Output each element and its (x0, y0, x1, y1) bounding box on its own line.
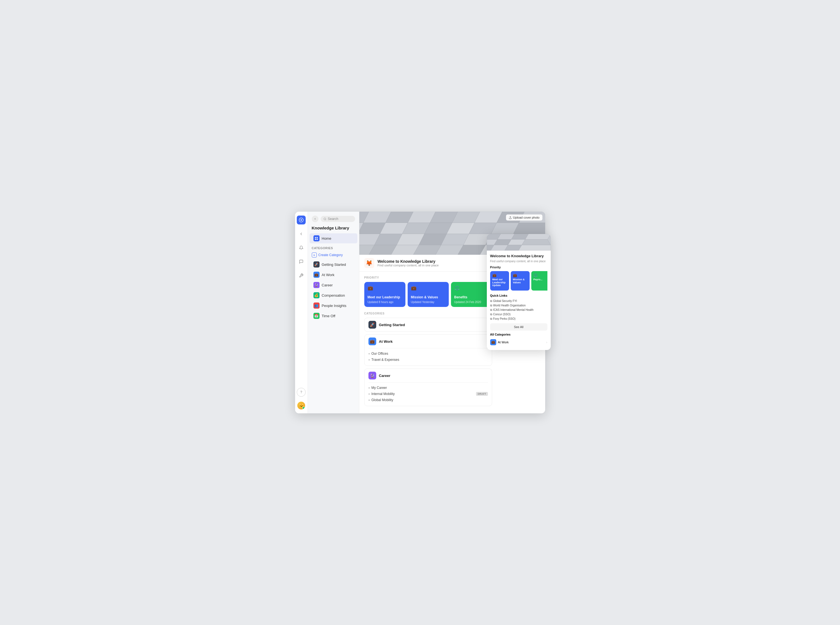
home-label: Home (322, 236, 331, 241)
user-avatar[interactable]: 🐱 (297, 402, 305, 409)
mission-card-icon: 💼 (411, 285, 445, 291)
draft-badge: DRAFT (476, 392, 488, 396)
categories-section-label: CATEGORIES (364, 312, 492, 315)
at-work-cat-icon: 💼 (369, 337, 376, 345)
career-item-my-career[interactable]: My Career (369, 385, 488, 391)
priority-cards: 💼 Meet our Leadership Updated 8 hours ag… (364, 282, 492, 307)
categories-list: 🚀 Getting Started 💼 At Work 🔮 Career 💰 C… (308, 259, 359, 414)
at-work-item-travel[interactable]: Travel & Expenses (369, 357, 488, 363)
page-title: Welcome to Knowledge Library (378, 259, 439, 264)
sidebar-item-people-insights[interactable]: 👥 People Insights (310, 300, 357, 311)
leadership-card-title: Meet our Leadership (368, 295, 402, 300)
career-icon: 🔮 (313, 282, 320, 288)
people-insights-icon: 👥 (313, 303, 320, 309)
at-work-item-offices[interactable]: Our Offices (369, 351, 488, 357)
getting-started-icon: 🚀 (313, 261, 320, 267)
sidebar: Search Knowledge Library Home Categories… (308, 211, 359, 414)
mobile-payroll-title: Payro... (534, 278, 548, 281)
mobile-link-who[interactable]: ⧉World Health Organisation (490, 303, 548, 308)
priority-label: PRIORITY (364, 276, 492, 279)
sidebar-title: Knowledge Library (308, 224, 359, 233)
leadership-card-meta: Updated 8 hours ago (368, 300, 402, 304)
category-row-at-work: 💼 At Work Our Offices (364, 334, 492, 366)
career-item-internal-mobility[interactable]: Internal Mobility DRAFT (369, 391, 488, 397)
sidebar-item-home[interactable]: Home (310, 233, 357, 243)
svg-point-1 (324, 218, 326, 220)
mobile-leadership-title: Meet our Leadership Update (492, 278, 507, 287)
leadership-card-icon: 💼 (368, 285, 402, 291)
mobile-cat-at-work[interactable]: 💼 At Work › (490, 338, 548, 347)
mobile-priority-cards: 💼 Meet our Leadership Update 💼 Mission &… (490, 271, 548, 291)
mobile-link-icas[interactable]: ⧉ICAS International Mental Health (490, 308, 548, 312)
sidebar-item-compensation[interactable]: 💰 Compensation (310, 290, 357, 300)
mobile-payroll-icon: ⚖️ (534, 273, 548, 277)
at-work-title: At Work (379, 339, 393, 344)
mobile-quick-links-title: Quick Links (490, 294, 548, 297)
categories-section-title: Categories (308, 244, 359, 251)
help-icon[interactable]: ? (297, 388, 306, 396)
mission-card-meta: Updated Yesterday (411, 300, 445, 304)
at-work-icon: 💼 (313, 272, 320, 278)
mobile-card-mission[interactable]: 💼 Mission & Values (511, 271, 530, 291)
icon-rail: ? 🐱 (295, 211, 308, 414)
mobile-mission-title: Mission & Values (513, 278, 527, 284)
see-all-button[interactable]: See All (490, 323, 548, 331)
brand-icon[interactable] (297, 216, 306, 224)
svg-rect-3 (317, 237, 318, 238)
mission-card-title: Mission & Values (411, 295, 445, 300)
mobile-card-payroll[interactable]: ⚖️ Payro... (531, 271, 548, 291)
time-off-icon: 📅 (313, 313, 320, 319)
category-row-getting-started: 🚀 Getting Started (364, 318, 492, 332)
tools-icon[interactable] (297, 271, 306, 280)
benefits-card-meta: Updated 24 Feb 2020 (454, 300, 489, 304)
mobile-link-concur[interactable]: ⧉Concur (SSO) (490, 312, 548, 317)
svg-marker-55 (518, 245, 551, 250)
mobile-all-categories: All Categories 💼 At Work › (490, 333, 548, 347)
career-title: Career (379, 374, 390, 378)
at-work-items: Our Offices Travel & Expenses (364, 348, 492, 365)
mobile-cover (487, 234, 551, 250)
mobile-card-leadership[interactable]: 💼 Meet our Leadership Update (490, 271, 509, 291)
svg-marker-47 (525, 234, 551, 239)
priority-card-mission[interactable]: 💼 Mission & Values Updated Yesterday (408, 282, 449, 307)
svg-marker-51 (522, 239, 551, 245)
search-bar[interactable]: Search (320, 216, 355, 222)
mobile-title: Welcome to Knowledge Library (490, 254, 548, 259)
mobile-link-foxy[interactable]: ⧉Foxy Perks (SSO) (490, 317, 548, 321)
priority-card-leadership[interactable]: 💼 Meet our Leadership Updated 8 hours ag… (364, 282, 405, 307)
create-category-link[interactable]: + Create Category (308, 251, 359, 259)
career-item-global-mobility[interactable]: Global Mobility (369, 397, 488, 403)
mobile-all-categories-title: All Categories (490, 333, 548, 336)
svg-rect-4 (315, 239, 316, 240)
mobile-mission-icon: 💼 (513, 273, 527, 277)
benefits-card-title: Benefits (454, 295, 489, 300)
compensation-icon: 💰 (313, 292, 320, 299)
career-cat-icon: 🔮 (369, 372, 376, 379)
mobile-leadership-icon: 💼 (492, 273, 507, 277)
create-plus-icon: + (312, 252, 317, 258)
search-placeholder: Search (328, 217, 338, 221)
page-subtitle: Find useful company content, all in one … (378, 264, 439, 267)
home-nav-icon (313, 235, 320, 241)
sidebar-item-getting-started[interactable]: 🚀 Getting Started (310, 260, 357, 269)
upload-cover-button[interactable]: Upload cover photo (506, 215, 542, 221)
svg-rect-2 (315, 237, 316, 238)
svg-marker-24 (513, 223, 545, 234)
mobile-link-global[interactable]: ⧉Global Security FYI (490, 299, 548, 303)
sidebar-item-at-work[interactable]: 💼 At Work (310, 270, 357, 280)
mobile-quick-links: Quick Links ⧉Global Security FYI ⧉World … (490, 294, 548, 321)
getting-started-title: Getting Started (379, 323, 405, 327)
getting-started-cat-icon: 🚀 (369, 321, 376, 329)
chevron-right-icon: › (546, 340, 548, 344)
mobile-content: Welcome to Knowledge Library Find useful… (487, 250, 551, 350)
category-row-career: 🔮 Career My Career (364, 368, 492, 406)
back-nav-icon[interactable] (297, 229, 306, 238)
mobile-panel: Welcome to Knowledge Library Find useful… (487, 234, 551, 350)
priority-card-benefits[interactable]: ⚖️ Benefits Updated 24 Feb 2020 (451, 282, 492, 307)
back-button[interactable] (312, 216, 319, 222)
sidebar-item-career[interactable]: 🔮 Career (310, 280, 357, 290)
sidebar-item-time-off[interactable]: 📅 Time Off (310, 311, 357, 321)
mobile-priority-label: Priority (490, 266, 548, 269)
bell-icon[interactable] (297, 243, 306, 252)
chat-icon[interactable] (297, 257, 306, 266)
